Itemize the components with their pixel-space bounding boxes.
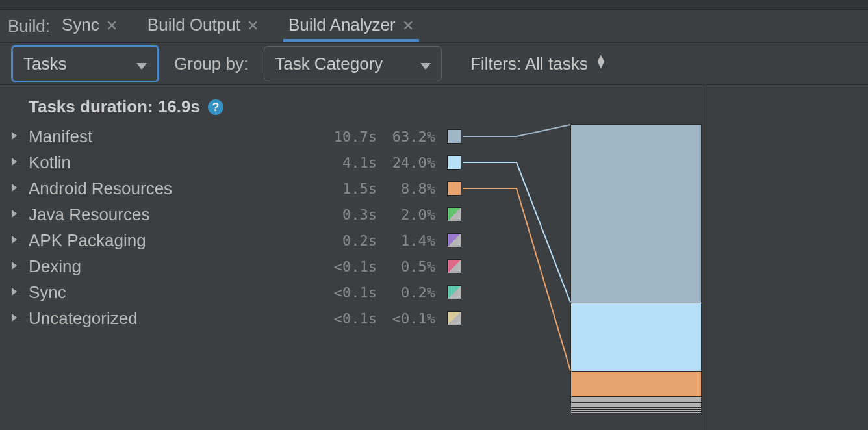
svg-marker-7 [12, 262, 17, 270]
category-name: Android Resources [29, 179, 318, 199]
category-name: Java Resources [29, 205, 318, 225]
category-color-swatch [447, 155, 461, 170]
category-color-swatch [447, 181, 461, 196]
tasks-duration-heading: Tasks duration: 16.9s ? [0, 85, 702, 123]
svg-marker-3 [12, 158, 17, 166]
chart-segment [571, 371, 701, 396]
sort-icon: ▲▼ [595, 55, 607, 68]
close-icon[interactable]: ✕ [247, 16, 259, 33]
category-color-swatch [447, 259, 461, 273]
category-name: Kotlin [29, 153, 318, 173]
category-time: <0.1s [318, 259, 377, 275]
category-name: Sync [29, 283, 318, 303]
filters-dropdown[interactable]: Filters: All tasks ▲▼ [470, 54, 607, 74]
svg-marker-2 [12, 132, 17, 140]
tabbar-prefix: Build: [5, 16, 54, 36]
category-color-swatch [447, 285, 461, 299]
chevron-right-icon[interactable] [0, 232, 29, 249]
chevron-right-icon[interactable] [0, 310, 29, 327]
analyzer-toolbar: Tasks Group by: Task Category Filters: A… [0, 43, 868, 85]
chart-segment [571, 402, 701, 407]
category-color-swatch [447, 129, 461, 144]
details-panel [702, 85, 868, 430]
filters-label: Filters: All tasks [470, 54, 588, 73]
category-name: APK Packaging [29, 231, 318, 251]
tab-build-analyzer[interactable]: Build Analyzer✕ [283, 11, 419, 42]
chevron-right-icon[interactable] [0, 206, 29, 223]
category-percent: 1.4% [377, 233, 435, 249]
chevron-down-icon [420, 54, 431, 74]
group-by-value: Task Category [275, 54, 383, 74]
chart-segment [571, 303, 701, 371]
group-by-label: Group by: [174, 54, 248, 74]
svg-marker-4 [12, 184, 17, 192]
tab-build-output[interactable]: Build Output✕ [142, 11, 264, 42]
category-time: 4.1s [318, 155, 377, 171]
category-percent: 0.5% [377, 259, 435, 275]
category-percent: 0.2% [377, 285, 435, 301]
category-percent: 2.0% [377, 207, 435, 223]
category-color-swatch [447, 233, 461, 247]
category-name: Dexing [29, 257, 318, 277]
chevron-right-icon[interactable] [0, 258, 29, 275]
tasks-duration-text: Tasks duration: 16.9s [29, 97, 200, 117]
window-top-strip [0, 0, 868, 10]
tasks-panel: Tasks duration: 16.9s ? Manifest10.7s63.… [0, 85, 702, 430]
category-color-swatch [447, 207, 461, 221]
svg-marker-8 [12, 288, 17, 296]
category-time: 10.7s [318, 129, 377, 145]
tasks-stacked-chart [570, 124, 702, 407]
category-percent: <0.1% [377, 310, 435, 327]
help-icon[interactable]: ? [208, 99, 223, 115]
chart-segment [571, 411, 701, 413]
svg-marker-9 [12, 314, 17, 322]
view-selector-value: Tasks [23, 54, 66, 74]
chart-segment [571, 125, 701, 303]
svg-marker-5 [12, 210, 17, 218]
close-icon[interactable]: ✕ [106, 16, 118, 33]
category-time: 0.3s [318, 207, 377, 223]
category-time: <0.1s [318, 310, 377, 327]
close-icon[interactable]: ✕ [402, 16, 414, 33]
category-name: Uncategorized [29, 309, 318, 329]
chevron-right-icon[interactable] [0, 154, 29, 171]
category-name: Manifest [29, 127, 318, 147]
chevron-right-icon[interactable] [0, 284, 29, 301]
category-percent: 63.2% [377, 129, 435, 145]
tab-label: Build Output [147, 15, 240, 35]
category-percent: 24.0% [377, 155, 435, 171]
category-time: 0.2s [318, 233, 377, 249]
group-by-dropdown[interactable]: Task Category [264, 46, 442, 81]
view-selector-dropdown[interactable]: Tasks [12, 45, 159, 82]
svg-marker-0 [136, 63, 147, 70]
chevron-down-icon [136, 54, 147, 74]
chevron-right-icon[interactable] [0, 180, 29, 197]
category-percent: 8.8% [377, 181, 435, 197]
category-time: 1.5s [318, 181, 377, 197]
category-color-swatch [447, 311, 461, 325]
tab-sync[interactable]: Sync✕ [57, 11, 123, 42]
svg-marker-1 [420, 63, 431, 70]
chart-segment [571, 396, 701, 403]
category-time: <0.1s [318, 285, 377, 301]
tool-window-tabbar: Build: Sync✕Build Output✕Build Analyzer✕ [0, 10, 868, 43]
tab-label: Sync [62, 15, 99, 35]
tab-label: Build Analyzer [288, 15, 396, 35]
svg-marker-6 [12, 236, 17, 244]
chevron-right-icon[interactable] [0, 128, 29, 145]
